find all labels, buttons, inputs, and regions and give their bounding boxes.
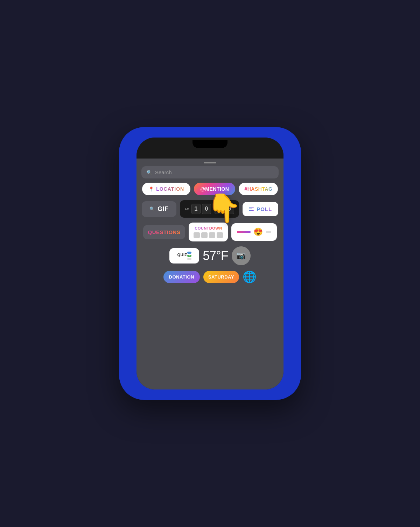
slider-emoji: 😍 bbox=[253, 227, 263, 237]
temperature-sticker[interactable]: 57°F bbox=[203, 248, 228, 263]
emoji-slider-sticker[interactable]: 😍 bbox=[231, 223, 277, 241]
quiz-label: QUIZ bbox=[177, 253, 187, 257]
search-icon: 🔍 bbox=[146, 170, 152, 175]
phone-screen: 👇 🔍 Search 📍 LOCATION @MENTION bbox=[136, 138, 284, 389]
slider-filled-track bbox=[237, 231, 251, 233]
countdown-blocks bbox=[194, 232, 223, 238]
camera-sticker[interactable]: 📷 bbox=[232, 246, 251, 265]
quiz-sticker[interactable]: QUIZ ✓ bbox=[169, 248, 199, 264]
globe-icon: 🌐 bbox=[243, 270, 257, 283]
hashtag-label: #HASHTAG bbox=[244, 186, 272, 192]
quiz-option-2: ✓ bbox=[187, 255, 192, 257]
poll-sticker[interactable]: POLL bbox=[243, 202, 278, 216]
donation-sticker[interactable]: DONATION bbox=[163, 271, 200, 283]
location-label: LOCATION bbox=[156, 186, 184, 192]
gif-search-icon: 🔍 bbox=[149, 206, 155, 211]
search-bar[interactable]: 🔍 Search bbox=[141, 166, 279, 178]
globe-sticker[interactable]: 🌐 bbox=[243, 270, 257, 283]
phone-device: 👇 🔍 Search 📍 LOCATION @MENTION bbox=[119, 127, 301, 400]
poll-line-2 bbox=[249, 209, 252, 209]
countdown-sticker[interactable]: COUNTDOWN bbox=[189, 223, 228, 241]
sticker-grid: 📍 LOCATION @MENTION #HASHTAG 🔍 GIF bbox=[136, 183, 284, 389]
phone-notch bbox=[192, 140, 227, 148]
saturday-sticker[interactable]: SATURDAY bbox=[203, 271, 239, 283]
sticker-row-3: QUESTIONS COUNTDOWN bbox=[141, 223, 279, 241]
countdown-block-2 bbox=[201, 232, 208, 238]
time-min-tens: 3 bbox=[215, 204, 224, 214]
mention-sticker[interactable]: @MENTION bbox=[194, 183, 235, 195]
poll-lines-icon bbox=[249, 207, 254, 211]
countdown-block-1 bbox=[194, 232, 200, 238]
sticker-row-4: QUIZ ✓ 57°F 📷 bbox=[141, 246, 279, 265]
sticker-row-2: 🔍 GIF AM 1 0 3 9 bbox=[141, 200, 279, 218]
poll-label: POLL bbox=[257, 206, 272, 212]
questions-sticker[interactable]: QUESTIONS bbox=[143, 225, 186, 239]
gif-sticker[interactable]: 🔍 GIF bbox=[142, 201, 176, 217]
quiz-option-3 bbox=[187, 258, 192, 260]
donation-label: DONATION bbox=[169, 274, 194, 280]
time-min-ones: 9 bbox=[225, 204, 234, 214]
camera-icon: 📷 bbox=[236, 251, 246, 260]
poll-line-1 bbox=[249, 207, 254, 208]
search-placeholder: Search bbox=[155, 169, 172, 175]
drag-handle[interactable] bbox=[204, 162, 216, 163]
quiz-options: ✓ bbox=[187, 252, 192, 260]
slider-empty-track bbox=[266, 231, 272, 233]
time-hour-tens: 1 bbox=[191, 204, 201, 214]
questions-label: QUESTIONS bbox=[148, 229, 181, 235]
countdown-block-3 bbox=[209, 232, 215, 238]
location-sticker[interactable]: 📍 LOCATION bbox=[142, 183, 191, 195]
sticker-row-5: DONATION SATURDAY 🌐 bbox=[141, 270, 279, 283]
time-sticker[interactable]: AM 1 0 3 9 bbox=[180, 200, 239, 218]
quiz-option-1 bbox=[187, 252, 192, 254]
sticker-picker: 🔍 Search 📍 LOCATION @MENTION #HASHTAG bbox=[136, 159, 284, 389]
hashtag-sticker[interactable]: #HASHTAG bbox=[239, 183, 278, 195]
time-am-label: AM bbox=[185, 208, 189, 211]
temp-label: 57°F bbox=[203, 248, 228, 263]
phone-top-bar bbox=[136, 138, 284, 159]
countdown-block-4 bbox=[217, 232, 223, 238]
saturday-label: SATURDAY bbox=[208, 274, 234, 280]
gif-label: GIF bbox=[158, 205, 169, 213]
quiz-check-icon: ✓ bbox=[189, 255, 190, 257]
poll-line-3 bbox=[249, 210, 254, 211]
location-pin-icon: 📍 bbox=[148, 187, 154, 192]
sticker-row-1: 📍 LOCATION @MENTION #HASHTAG bbox=[141, 183, 279, 195]
mention-label: @MENTION bbox=[200, 186, 229, 192]
countdown-label: COUNTDOWN bbox=[195, 226, 222, 230]
time-hour-ones: 0 bbox=[202, 204, 211, 214]
